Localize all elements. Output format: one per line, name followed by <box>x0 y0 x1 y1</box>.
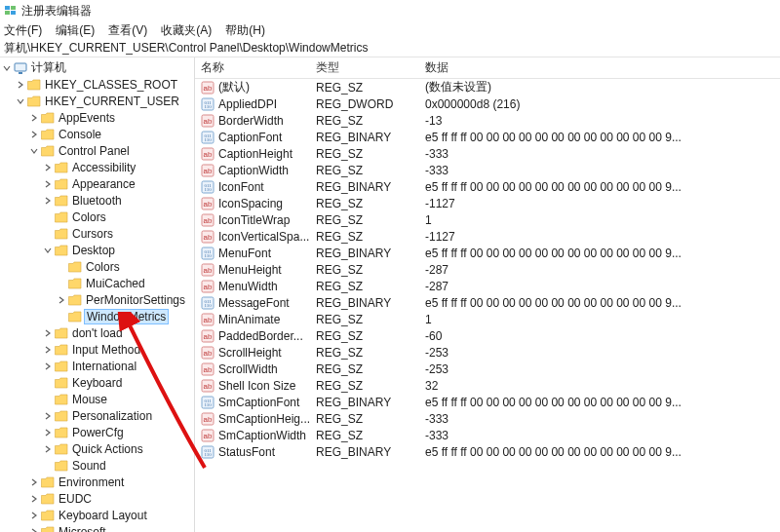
chevron-right-icon[interactable] <box>43 179 53 189</box>
value-name: MessageFont <box>218 296 290 310</box>
list-pane[interactable]: 名称 类型 数据 (默认)REG_SZ(数值未设置)AppliedDPIREG_… <box>195 57 780 532</box>
tree-item[interactable]: Colors <box>0 258 194 275</box>
tree-item[interactable]: don't load <box>0 324 194 341</box>
menu-help[interactable]: 帮助(H) <box>225 22 265 39</box>
tree-item[interactable]: Cursors <box>0 225 194 242</box>
value-type: REG_SZ <box>310 429 419 442</box>
value-row[interactable]: MenuHeightREG_SZ-287 <box>195 261 780 278</box>
menu-favorites[interactable]: 收藏夹(A) <box>161 22 212 39</box>
tree-item[interactable]: Bluetooth <box>0 192 194 209</box>
value-row[interactable]: MenuFontREG_BINARYe5 ff ff ff 00 00 00 0… <box>195 245 780 261</box>
tree-item-label: HKEY_CURRENT_USER <box>45 95 179 108</box>
tree-item[interactable]: Quick Actions <box>0 440 194 457</box>
tree-item[interactable]: Keyboard <box>0 374 194 391</box>
chevron-right-icon[interactable] <box>43 361 53 371</box>
value-row[interactable]: IconVerticalSpa...REG_SZ-1127 <box>195 228 780 245</box>
value-row[interactable]: SmCaptionFontREG_BINARYe5 ff ff ff 00 00… <box>195 394 780 410</box>
value-type: REG_BINARY <box>310 296 419 310</box>
tree-item[interactable]: WindowMetrics <box>0 308 194 324</box>
value-data: -253 <box>419 346 780 360</box>
tree-item[interactable]: Microsoft <box>0 523 194 532</box>
col-header-name[interactable]: 名称 <box>195 59 310 76</box>
tree-item[interactable]: Mouse <box>0 391 194 407</box>
value-data: e5 ff ff ff 00 00 00 00 00 00 00 00 00 0… <box>419 296 780 310</box>
tree-item[interactable]: Control Panel <box>0 142 194 159</box>
value-row[interactable]: IconTitleWrapREG_SZ1 <box>195 211 780 228</box>
computer-icon <box>14 61 27 75</box>
tree-item[interactable]: HKEY_CLASSES_ROOT <box>0 76 194 93</box>
value-row[interactable]: ScrollHeightREG_SZ-253 <box>195 344 780 361</box>
value-row[interactable]: AppliedDPIREG_DWORD0x000000d8 (216) <box>195 95 780 112</box>
value-row[interactable]: SmCaptionWidthREG_SZ-333 <box>195 427 780 443</box>
chevron-down-icon[interactable] <box>29 146 39 156</box>
value-name: ScrollHeight <box>218 346 282 360</box>
chevron-right-icon[interactable] <box>29 511 39 520</box>
folder-icon <box>55 245 68 256</box>
chevron-right-icon[interactable] <box>29 494 39 504</box>
value-row[interactable]: StatusFontREG_BINARYe5 ff ff ff 00 00 00… <box>195 443 780 460</box>
tree-item[interactable]: PerMonitorSettings <box>0 291 194 308</box>
folder-icon <box>41 493 55 505</box>
tree-item[interactable]: AppEvents <box>0 109 194 126</box>
value-row[interactable]: IconSpacingREG_SZ-1127 <box>195 195 780 211</box>
chevron-down-icon[interactable] <box>16 96 25 106</box>
menu-file[interactable]: 文件(F) <box>4 22 42 39</box>
value-row[interactable]: ScrollWidthREG_SZ-253 <box>195 361 780 377</box>
value-row[interactable]: MinAnimateREG_SZ1 <box>195 311 780 327</box>
value-row[interactable]: BorderWidthREG_SZ-13 <box>195 112 780 129</box>
chevron-down-icon[interactable] <box>2 63 12 73</box>
chevron-right-icon[interactable] <box>29 130 39 139</box>
value-row[interactable]: SmCaptionHeig...REG_SZ-333 <box>195 410 780 427</box>
tree-item[interactable]: Keyboard Layout <box>0 507 194 523</box>
tree-item[interactable]: Input Method <box>0 341 194 358</box>
chevron-right-icon[interactable] <box>43 411 53 421</box>
col-header-type[interactable]: 类型 <box>310 59 419 76</box>
tree-item[interactable]: Accessibility <box>0 159 194 175</box>
chevron-right-icon[interactable] <box>29 113 39 123</box>
tree-item[interactable]: MuiCached <box>0 275 194 291</box>
chevron-right-icon[interactable] <box>43 328 53 338</box>
tree-item[interactable]: Sound <box>0 457 194 474</box>
value-row[interactable]: CaptionWidthREG_SZ-333 <box>195 162 780 178</box>
tree-item[interactable]: HKEY_CURRENT_USER <box>0 93 194 109</box>
value-row[interactable]: CaptionFontREG_BINARYe5 ff ff ff 00 00 0… <box>195 129 780 145</box>
value-type: REG_SZ <box>310 379 419 393</box>
value-row[interactable]: IconFontREG_BINARYe5 ff ff ff 00 00 00 0… <box>195 178 780 195</box>
tree-item[interactable]: Colors <box>0 209 194 225</box>
chevron-right-icon[interactable] <box>16 80 25 90</box>
tree-item[interactable]: PowerCfg <box>0 424 194 440</box>
tree-item[interactable]: Desktop <box>0 242 194 258</box>
chevron-right-icon[interactable] <box>43 345 53 355</box>
value-row[interactable]: MenuWidthREG_SZ-287 <box>195 278 780 294</box>
chevron-right-icon[interactable] <box>43 196 53 206</box>
value-row[interactable]: Shell Icon SizeREG_SZ32 <box>195 377 780 394</box>
tree-item[interactable]: EUDC <box>0 490 194 507</box>
string-value-icon <box>201 263 214 277</box>
tree-item[interactable]: Environment <box>0 474 194 490</box>
chevron-right-icon[interactable] <box>29 477 39 487</box>
chevron-down-icon[interactable] <box>43 246 53 255</box>
tree-item[interactable]: Appearance <box>0 175 194 192</box>
chevron-right-icon[interactable] <box>43 428 53 437</box>
value-row[interactable]: PaddedBorder...REG_SZ-60 <box>195 327 780 344</box>
tree-item[interactable]: International <box>0 358 194 374</box>
tree-item[interactable]: Console <box>0 126 194 142</box>
chevron-right-icon[interactable] <box>29 527 39 533</box>
menu-view[interactable]: 查看(V) <box>108 22 147 39</box>
tree-item[interactable]: 计算机 <box>0 59 194 76</box>
chevron-right-icon[interactable] <box>43 444 53 454</box>
value-row[interactable]: CaptionHeightREG_SZ-333 <box>195 145 780 162</box>
chevron-right-icon[interactable] <box>43 163 53 172</box>
value-type: REG_SZ <box>310 213 419 227</box>
value-row[interactable]: MessageFontREG_BINARYe5 ff ff ff 00 00 0… <box>195 294 780 311</box>
menu-edit[interactable]: 编辑(E) <box>56 22 95 39</box>
tree-item-label: Cursors <box>72 227 113 241</box>
tree-item[interactable]: Personalization <box>0 407 194 424</box>
value-row[interactable]: (默认)REG_SZ(数值未设置) <box>195 79 780 95</box>
tree-item-label: WindowMetrics <box>84 309 169 324</box>
value-data: -1127 <box>419 230 780 244</box>
col-header-data[interactable]: 数据 <box>419 59 780 76</box>
tree-pane[interactable]: 计算机HKEY_CLASSES_ROOTHKEY_CURRENT_USERApp… <box>0 57 195 532</box>
address-bar[interactable]: 算机\HKEY_CURRENT_USER\Control Panel\Deskt… <box>0 39 780 57</box>
chevron-right-icon[interactable] <box>57 295 66 305</box>
